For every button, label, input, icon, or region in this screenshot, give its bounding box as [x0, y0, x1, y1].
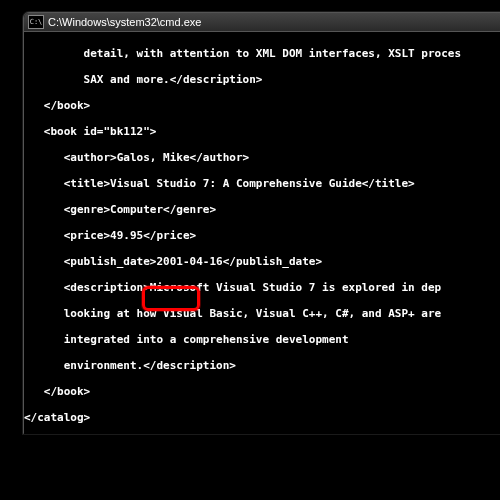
xml-line: environment.</description>	[24, 359, 500, 372]
terminal-output[interactable]: detail, with attention to XML DOM interf…	[24, 32, 500, 434]
cmd-window: C:\ C:\Windows\system32\cmd.exe detail, …	[23, 12, 500, 434]
xml-line: <author>Galos, Mike</author>	[24, 151, 500, 164]
xml-line: detail, with attention to XML DOM interf…	[24, 47, 500, 60]
xml-line: </catalog>	[24, 411, 500, 424]
xml-line: <genre>Computer</genre>	[24, 203, 500, 216]
xml-line: </book>	[24, 385, 500, 398]
xml-line: </book>	[24, 99, 500, 112]
window-title: C:\Windows\system32\cmd.exe	[48, 16, 201, 28]
titlebar[interactable]: C:\ C:\Windows\system32\cmd.exe	[24, 13, 500, 32]
xml-line: <book id="bk112">	[24, 125, 500, 138]
xml-line: <publish_date>2001-04-16</publish_date>	[24, 255, 500, 268]
xml-line: integrated into a comprehensive developm…	[24, 333, 500, 346]
xml-line: <price>49.95</price>	[24, 229, 500, 242]
cmd-icon: C:\	[28, 15, 44, 29]
xml-line: SAX and more.</description>	[24, 73, 500, 86]
xml-line: <title>Visual Studio 7: A Comprehensive …	[24, 177, 500, 190]
xml-line: looking at how Visual Basic, Visual C++,…	[24, 307, 500, 320]
xml-line: <description>Microsoft Visual Studio 7 i…	[24, 281, 500, 294]
